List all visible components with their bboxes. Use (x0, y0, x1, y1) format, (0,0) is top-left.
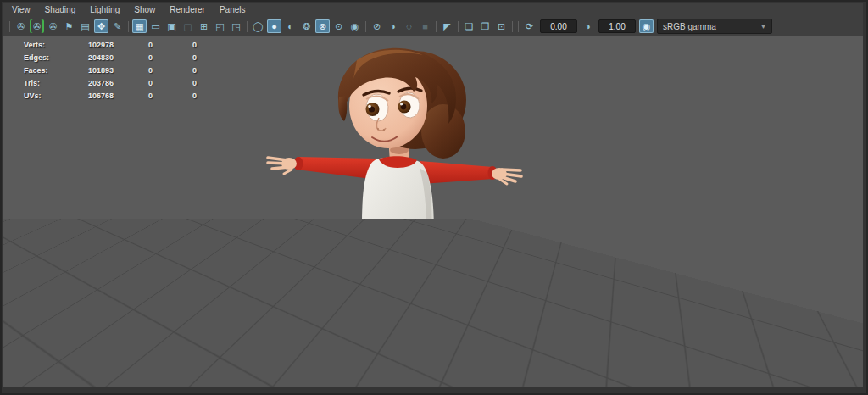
toolbar-separator (458, 21, 459, 32)
bookmarks-icon[interactable]: ⚑ (62, 19, 76, 33)
isolate-select-icon[interactable]: ⊘ (370, 19, 384, 33)
hud-row-faces: Faces: 101893 0 0 (24, 64, 197, 76)
hud-other: 0 (153, 92, 197, 100)
camera-attributes-icon[interactable]: ✇ (46, 19, 60, 33)
hud-selected: 0 (114, 92, 153, 100)
film-gate-icon[interactable]: ▭ (148, 19, 163, 33)
view-transform-dropdown[interactable]: sRGB gamma ▼ (657, 19, 772, 34)
lights-icon[interactable]: ⊙ (331, 19, 346, 33)
hud-selected: 0 (114, 53, 153, 62)
toolbar-separator (365, 21, 366, 32)
xray-joints-icon[interactable]: ◌ (402, 19, 416, 33)
hud-other: 0 (153, 53, 197, 62)
hud-selected: 0 (114, 41, 153, 49)
safe-action-icon[interactable]: ◰ (213, 19, 227, 33)
menu-lighting[interactable]: Lighting (90, 5, 120, 14)
pane-copy-icon[interactable]: ❏ (462, 19, 476, 33)
hud-total: 106768 (66, 92, 114, 100)
resolution-gate-icon[interactable]: ▣ (164, 19, 179, 33)
toolbar-separator (128, 21, 129, 32)
hud-total: 203786 (66, 79, 114, 87)
polycount-hud: Verts: 102978 0 0 Edges: 204830 0 0 Face… (24, 38, 197, 102)
maya-viewport-panel: View Shading Lighting Show Renderer Pane… (0, 0, 868, 395)
hud-row-edges: Edges: 204830 0 0 (24, 51, 197, 64)
hud-label: Faces: (24, 66, 66, 75)
menu-show[interactable]: Show (134, 5, 155, 14)
head (338, 48, 466, 168)
hud-selected: 0 (114, 66, 153, 75)
hud-row-uvs: UVs: 106768 0 0 (24, 89, 197, 102)
smooth-shade-icon[interactable]: ● (267, 19, 281, 33)
hair-sideburn (338, 96, 347, 121)
chevron-down-icon: ▼ (760, 24, 766, 30)
hud-label: Edges: (24, 53, 66, 62)
hud-other: 0 (153, 41, 197, 49)
hud-row-verts: Verts: 102978 0 0 (24, 38, 197, 51)
grid-icon[interactable]: ▦ (132, 19, 147, 33)
panel-toolbar: ✇ ✇ ✇ ⚑ ▤ ✥ ✎ ▦ ▭ ▣ ▢ ⊞ ◰ ◳ ◯ ● ◐ ❂ ⊗ ⊙ … (3, 17, 863, 36)
selection-cursor-icon[interactable]: ◤ (440, 19, 454, 33)
hud-selected: 0 (114, 79, 153, 87)
hud-other: 0 (153, 66, 197, 75)
toolbar-separator (9, 21, 10, 32)
select-camera-icon[interactable]: ✇ (14, 19, 28, 33)
pane-duplicate-icon[interactable]: ❐ (478, 19, 492, 33)
hud-label: UVs: (24, 92, 66, 100)
toolbar-separator (436, 21, 437, 32)
toolbar-separator (512, 21, 513, 32)
hud-total: 101893 (66, 66, 114, 75)
panel-menubar: View Shading Lighting Show Renderer Pane… (3, 3, 863, 17)
pan-zoom-icon[interactable]: ✥ (94, 19, 108, 33)
hud-label: Tris: (24, 79, 66, 87)
image-plane-icon[interactable]: ▤ (78, 19, 92, 33)
menu-shading[interactable]: Shading (45, 5, 76, 14)
shadows-icon[interactable]: ⊗ (315, 19, 330, 33)
lock-camera-icon[interactable]: ✇ (30, 19, 44, 33)
menu-renderer[interactable]: Renderer (170, 5, 205, 14)
toolbar-separator (247, 21, 248, 32)
exposure-field[interactable]: 0.00 (540, 19, 577, 33)
hud-total: 204830 (66, 53, 114, 62)
panel: View Shading Lighting Show Renderer Pane… (3, 3, 863, 387)
use-default-material-icon[interactable]: ❂ (299, 19, 314, 33)
status-text: 2D Pan/Zoom : persp (3, 376, 863, 386)
pane-expand-icon[interactable]: ⊡ (494, 19, 509, 33)
gate-mask-icon[interactable]: ▢ (181, 19, 195, 33)
gamma-icon[interactable]: ◑ (581, 19, 595, 33)
backface-culling-icon[interactable]: ■ (418, 19, 432, 33)
menu-view[interactable]: View (12, 5, 31, 14)
hud-other: 0 (153, 79, 197, 87)
hud-row-tris: Tris: 203786 0 0 (24, 76, 197, 89)
hud-total: 102978 (66, 41, 114, 49)
view-transform-value: sRGB gamma (663, 22, 716, 31)
motion-blur-icon[interactable]: ◉ (348, 19, 362, 33)
safe-title-icon[interactable]: ◳ (229, 19, 243, 33)
torso (362, 157, 434, 255)
character-model[interactable] (250, 36, 538, 380)
wireframe-icon[interactable]: ◯ (251, 19, 265, 33)
exposure-icon[interactable]: ⟳ (522, 19, 537, 33)
hud-label: Verts: (24, 41, 66, 49)
xray-icon[interactable]: ◑ (386, 19, 400, 33)
grease-pencil-icon[interactable]: ✎ (110, 19, 125, 33)
field-chart-icon[interactable]: ⊞ (197, 19, 211, 33)
viewport[interactable]: Verts: 102978 0 0 Edges: 204830 0 0 Face… (3, 36, 863, 387)
textured-icon[interactable]: ◐ (283, 19, 298, 33)
y-axis-label: Y (29, 353, 34, 360)
color-management-icon[interactable]: ◉ (639, 19, 654, 33)
menu-panels[interactable]: Panels (220, 5, 246, 14)
shoes (339, 332, 431, 374)
gamma-field[interactable]: 1.00 (598, 19, 636, 33)
toolbar-separator (518, 21, 519, 32)
